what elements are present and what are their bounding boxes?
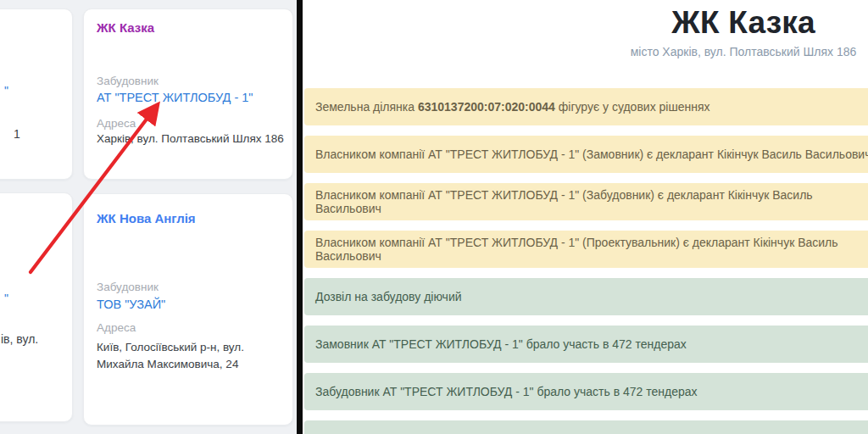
- address-text: Харків, вул. Полтавський Шлях 186: [97, 132, 284, 145]
- developer-link[interactable]: ТОВ "УЗАЙ": [97, 298, 165, 311]
- alert-text: фігурує у судових рішеннях: [555, 100, 710, 114]
- alert-land-court: Земельна ділянка 6310137200:07:020:0044 …: [304, 88, 868, 125]
- developer-link[interactable]: АТ "ТРЕСТ ЖИТЛОБУД - 1": [97, 91, 253, 104]
- app-root: " 1 " ів, вул. ЖК Казка Забудовник АТ "Т…: [0, 0, 868, 434]
- alert-owner-zabudovnyk: Власником компанії АТ "ТРЕСТ ЖИТЛОБУД - …: [304, 183, 868, 220]
- project-title-link[interactable]: ЖК Нова Англія: [97, 211, 196, 225]
- alert-text: Замовник АТ "ТРЕСТ ЖИТЛОБУД - 1" брало у…: [315, 337, 687, 351]
- alert-tenders-zamovnyk: Замовник АТ "ТРЕСТ ЖИТЛОБУД - 1" брало у…: [304, 326, 868, 363]
- developer-label: Забудовник: [97, 281, 159, 293]
- detail-header: ЖК Казка місто Харків, вул. Полтавський …: [574, 5, 868, 58]
- developer-label: Забудовник: [97, 75, 159, 87]
- alert-partial-row: [304, 420, 868, 434]
- alert-text: Власником компанії АТ "ТРЕСТ ЖИТЛОБУД - …: [315, 236, 868, 263]
- alert-text: Дозвіл на забудову діючий: [315, 290, 462, 303]
- alert-text: Забудовник АТ "ТРЕСТ ЖИТЛОБУД - 1" брало…: [315, 385, 698, 398]
- partial-project-card[interactable]: [0, 8, 73, 180]
- address-label: Адреса: [97, 321, 136, 334]
- detail-panel: ЖК Казка місто Харків, вул. Полтавський …: [303, 0, 868, 434]
- cadastral-number: 6310137200:07:020:0044: [418, 100, 555, 114]
- project-title-link[interactable]: ЖК Казка: [97, 20, 154, 35]
- alert-permit-active: Дозвіл на забудову діючий: [304, 278, 868, 315]
- partial-project-card[interactable]: [0, 192, 73, 422]
- address-fragment: 1: [14, 127, 20, 141]
- developer-link-fragment[interactable]: ": [4, 84, 8, 97]
- alert-tenders-zabudovnyk: Забудовник АТ "ТРЕСТ ЖИТЛОБУД - 1" брало…: [304, 373, 868, 410]
- project-card-nova-anglia[interactable]: ЖК Нова Англія Забудовник ТОВ "УЗАЙ" Адр…: [83, 193, 293, 426]
- panel-divider: [297, 0, 303, 434]
- address-text: Київ, Голосіївський р-н, вул. Михайла Ма…: [97, 339, 281, 373]
- alert-owner-proektuvalnyk: Власником компанії АТ "ТРЕСТ ЖИТЛОБУД - …: [304, 231, 868, 268]
- alert-owner-zamovnyk: Власником компанії АТ "ТРЕСТ ЖИТЛОБУД - …: [304, 136, 868, 173]
- alert-list: Земельна ділянка 6310137200:07:020:0044 …: [304, 88, 868, 434]
- page-title: ЖК Казка: [574, 5, 868, 41]
- alert-text: Земельна ділянка: [315, 100, 418, 114]
- page-subtitle: місто Харків, вул. Полтавський Шлях 186: [574, 45, 868, 58]
- project-card-kazka[interactable]: ЖК Казка Забудовник АТ "ТРЕСТ ЖИТЛОБУД -…: [83, 8, 293, 180]
- alert-text: Власником компанії АТ "ТРЕСТ ЖИТЛОБУД - …: [315, 147, 868, 161]
- developer-link-fragment[interactable]: ": [4, 292, 8, 305]
- listing-panel: " 1 " ів, вул. ЖК Казка Забудовник АТ "Т…: [0, 0, 297, 434]
- address-fragment: ів, вул.: [1, 332, 38, 346]
- address-label: Адреса: [97, 117, 136, 130]
- alert-text: Власником компанії АТ "ТРЕСТ ЖИТЛОБУД - …: [315, 188, 868, 215]
